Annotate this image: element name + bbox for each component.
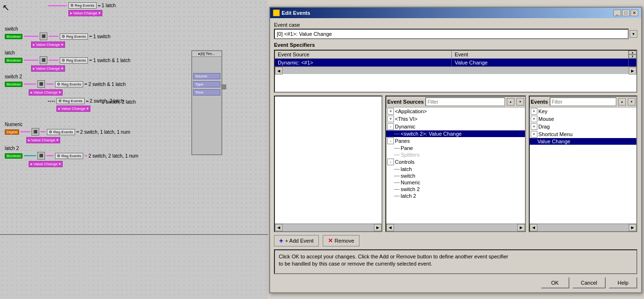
add-event-button[interactable]: + + Add Event — [274, 235, 319, 246]
detail-scroll-track — [283, 224, 374, 231]
close-button[interactable]: ✕ — [631, 10, 638, 16]
edit-events-dialog: ⚡ Edit Events _ □ ✕ Event case [0] <#1>:… — [269, 7, 642, 293]
tree-item-switch[interactable]: switch — [386, 172, 525, 179]
vc-dropdown-1[interactable]: ▸ Value Change ▾ — [68, 10, 102, 16]
sources-hscroll-track — [394, 224, 517, 231]
label-shortcutmenu: Shortcut Menu — [538, 131, 573, 137]
label-latch: latch — [401, 166, 412, 172]
label-valuechange: Value Change — [537, 139, 570, 144]
dialog-title: Edit Events — [282, 10, 310, 16]
hscroll-right[interactable]: ▶ — [629, 67, 636, 75]
expander-application[interactable]: + — [387, 108, 394, 115]
case-port — [221, 85, 226, 89]
label-mouse: Mouse — [538, 116, 554, 122]
scroll-down-btn[interactable]: ▼ — [629, 54, 636, 58]
events-scroll-down[interactable]: ▼ — [628, 98, 635, 106]
result-2: 1 switch — [93, 34, 110, 39]
vc-dropdown-6[interactable]: ▸ Value Change ▾ — [26, 137, 60, 143]
events-filter-input[interactable] — [550, 97, 616, 106]
expander-thisvi[interactable]: + — [387, 116, 394, 122]
expander-panes[interactable]: - — [387, 138, 394, 144]
sources-scroll-up[interactable]: ▲ — [507, 98, 514, 106]
events-hscroll-left[interactable]: ◀ — [530, 224, 537, 231]
tree-item-thisvi[interactable]: + <This VI> — [386, 115, 525, 123]
label-switch2-ctrl: switch 2 — [401, 186, 420, 192]
events-scroll-up[interactable]: ▲ — [618, 98, 626, 106]
diagram-panel: ↖ ⚙ Reg Events 1 latch ▸ Value Change ▾ … — [0, 0, 268, 299]
label-splitters: Splitters — [401, 152, 420, 158]
expander-shortcutmenu[interactable]: + — [531, 131, 537, 138]
vc-dropdown-2[interactable]: ▸ Value Change ▾ — [31, 42, 65, 48]
switch2-boolean: Boolean — [5, 82, 22, 87]
expander-drag[interactable]: + — [531, 123, 537, 130]
vc-dropdown-4[interactable]: ▸ Value Change ▾ — [29, 89, 63, 96]
remove-label: Remove — [335, 238, 354, 244]
tree-item-numeric[interactable]: Numeric — [386, 179, 525, 186]
specifiers-detail-panel: ◀ ▶ — [274, 96, 382, 232]
tree-item-panes[interactable]: - Panes — [386, 137, 525, 145]
sources-hscroll-left[interactable]: ◀ — [386, 224, 394, 231]
detail-scroll-left[interactable]: ◀ — [275, 224, 283, 231]
tree-item-splitters[interactable]: Splitters — [386, 151, 525, 158]
result-4: 2 switch & 1 latch — [88, 82, 126, 87]
sources-filter-input[interactable] — [426, 97, 505, 106]
tree-item-shortcutmenu[interactable]: + Shortcut Menu — [530, 130, 636, 138]
case-selector-label: ▸[0] Tim... — [198, 52, 215, 56]
tree-item-key[interactable]: + Key — [530, 107, 636, 115]
type-label: Type — [193, 81, 220, 87]
sources-hscroll-right[interactable]: ▶ — [517, 224, 525, 231]
reg-events-4: ⚙ Reg Events — [55, 81, 83, 87]
specifiers-row-0[interactable]: Dynamic: <#1> Value Change — [275, 59, 636, 66]
numeric-label: Numeric — [5, 122, 130, 127]
tree-item-latch2[interactable]: latch 2 — [386, 192, 525, 199]
action-buttons: OK Cancel Help — [274, 277, 637, 288]
events-hscroll-right[interactable]: ▶ — [629, 224, 636, 231]
minimize-button[interactable]: _ — [613, 10, 621, 16]
event-case-arrow[interactable]: ▼ — [630, 30, 637, 38]
events-title: Events — [531, 99, 548, 105]
ok-button[interactable]: OK — [541, 277, 569, 288]
label-numeric: Numeric — [401, 180, 420, 185]
sources-scroll-down[interactable]: ▼ — [516, 98, 524, 106]
vc-dropdown-7[interactable]: ▸ Value Change ▾ — [29, 161, 63, 167]
tree-item-valuechange[interactable]: Value Change — [530, 138, 636, 145]
sources-content: + <Application> + <This VI> - Dynamic — [386, 107, 525, 224]
tree-item-switch2-ctrl[interactable]: switch 2 — [386, 186, 525, 192]
tree-item-drag[interactable]: + Drag — [530, 123, 636, 130]
event-col-header: Event — [452, 51, 629, 58]
remove-button[interactable]: ✕ Remove — [323, 235, 360, 246]
detail-scroll-right[interactable]: ▶ — [374, 224, 382, 231]
hscroll-left[interactable]: ◀ — [275, 67, 283, 75]
expander-mouse[interactable]: + — [531, 116, 537, 122]
expander-controls[interactable]: - — [387, 159, 394, 165]
expander-dynamic[interactable]: - — [387, 123, 394, 130]
diagram-row-3: latch Boolean ⬛ ⚙ Reg Events 1 switch & … — [5, 50, 131, 72]
help-button[interactable]: Help — [609, 277, 637, 288]
scroll-up-btn[interactable]: ▲ — [629, 51, 636, 54]
vc-dropdown-5[interactable]: ▸ Value Change ▾ — [56, 106, 90, 112]
numeric-terminal: ⬛ — [32, 128, 39, 136]
tree-item-pane[interactable]: Pane — [386, 145, 525, 151]
result-7: 2 switch, 2 latch, 1 num — [88, 153, 139, 159]
expander-key[interactable]: + — [531, 108, 537, 115]
connector-switch2-ctrl — [394, 189, 400, 190]
connector-switch2 — [394, 134, 400, 134]
tree-item-dynamic[interactable]: - Dynamic — [386, 123, 525, 130]
latch2-boolean: Boolean — [5, 153, 22, 159]
dialog-body: Event case [0] <#1>: Value Change ▼ Even… — [270, 18, 641, 292]
vc-dropdown-3[interactable]: ▸ Value Change ▾ — [31, 65, 65, 72]
tree-item-latch[interactable]: latch — [386, 166, 525, 172]
maximize-button[interactable]: □ — [622, 10, 630, 16]
tree-item-switch2-vc[interactable]: <switch 2>: Value Change — [386, 130, 525, 137]
title-bar-left: ⚡ Edit Events — [273, 10, 310, 16]
x-icon: ✕ — [328, 237, 333, 244]
cancel-button[interactable]: Cancel — [572, 277, 606, 288]
label-switch: switch — [401, 173, 415, 179]
tree-item-mouse[interactable]: + Mouse — [530, 115, 636, 123]
status-text: Click OK to accept your changes. Click t… — [279, 253, 633, 268]
tree-item-application[interactable]: + <Application> — [386, 107, 525, 115]
tree-item-controls[interactable]: - Controls — [386, 158, 525, 166]
connector-splitters — [394, 155, 400, 155]
event-case-dropdown[interactable]: [0] <#1>: Value Change — [274, 29, 629, 39]
reg-events-3: ⚙ Reg Events — [60, 57, 88, 64]
